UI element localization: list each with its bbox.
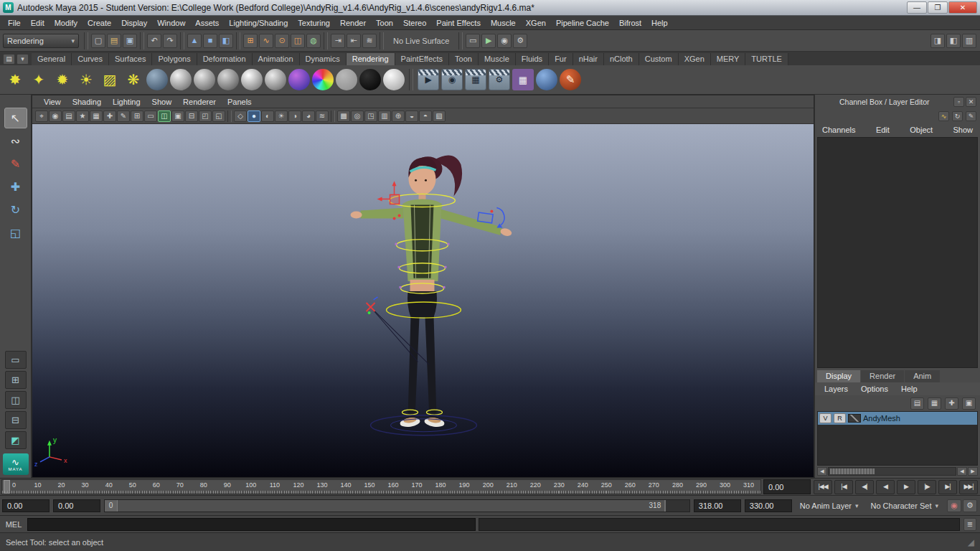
dock-icon[interactable]: ▫	[953, 97, 964, 107]
directional-light-icon[interactable]: ✹	[52, 69, 73, 90]
step-back-key-button[interactable]: ◀|	[855, 480, 874, 494]
menu-paint-effects[interactable]: Paint Effects	[431, 17, 486, 29]
redo-icon[interactable]: ↷	[163, 34, 177, 48]
time-tick-180[interactable]: 180	[429, 480, 453, 494]
gradient-background-icon[interactable]: ▧	[433, 110, 446, 122]
time-tick-110[interactable]: 110	[263, 480, 286, 494]
undo-icon[interactable]: ↶	[147, 34, 161, 48]
construction-history-icon[interactable]: ≋	[362, 34, 377, 48]
lambert-material-icon[interactable]	[217, 69, 239, 90]
resolution-gate-icon[interactable]: ◫	[158, 110, 171, 122]
select-tool-icon[interactable]: ↖	[4, 108, 27, 128]
layer-menu-options[interactable]: Options	[856, 383, 893, 395]
shadows-icon[interactable]: ◑	[288, 110, 301, 122]
time-tick-310[interactable]: 310	[737, 480, 760, 494]
close-button[interactable]: ✕	[948, 1, 977, 14]
time-tick-20[interactable]: 20	[50, 480, 73, 494]
panel-menu-shading[interactable]: Shading	[67, 97, 107, 107]
layer-tab-render[interactable]: Render	[861, 370, 904, 382]
shelf-tab-polygons[interactable]: Polygons	[152, 53, 197, 65]
spot-light-icon[interactable]: ✦	[28, 69, 50, 90]
menu-display[interactable]: Display	[116, 17, 152, 29]
snap-to-curve-icon[interactable]: ∿	[259, 34, 273, 48]
go-to-end-button[interactable]: ▶▶|	[959, 480, 978, 494]
layer-renderable-toggle[interactable]: R	[834, 413, 846, 423]
phong-e-material-icon[interactable]	[265, 69, 286, 90]
screen-space-ao-icon[interactable]: ◕	[302, 110, 315, 122]
make-live-icon[interactable]: ◍	[306, 34, 321, 48]
time-tick-70[interactable]: 70	[168, 480, 192, 494]
time-slider-ruler[interactable]: 0102030405060708090100110120130140150160…	[1, 479, 761, 494]
panel-menu-panels[interactable]: Panels	[222, 97, 258, 107]
shelf-tab-toon[interactable]: Toon	[449, 53, 479, 65]
lasso-tool-icon[interactable]: ∾	[4, 131, 27, 151]
shelf-options-icon[interactable]: ▾	[17, 54, 29, 65]
layer-visibility-toggle[interactable]: V	[819, 413, 831, 423]
scrollbar-track[interactable]	[828, 467, 956, 476]
menu-pipeline-cache[interactable]: Pipeline Cache	[551, 17, 614, 29]
film-gate-icon[interactable]: ▭	[144, 110, 157, 122]
paint-effects-brush-icon[interactable]: ✎	[560, 69, 581, 90]
script-editor-icon[interactable]: ≣	[963, 518, 976, 531]
shelf-tab-surfaces[interactable]: Surfaces	[109, 53, 152, 65]
time-tick-50[interactable]: 50	[121, 480, 144, 494]
step-back-frame-button[interactable]: |◀	[834, 480, 853, 494]
shelf-tab-mery[interactable]: MERY	[711, 53, 746, 65]
menu-modify[interactable]: Modify	[50, 17, 83, 29]
select-by-hierarchy-icon[interactable]: ▲	[187, 34, 202, 48]
time-tick-150[interactable]: 150	[357, 480, 381, 494]
use-background-icon[interactable]	[336, 69, 357, 90]
menu-set-selector[interactable]: Rendering ▾	[3, 34, 79, 48]
shelf-tab-custom[interactable]: Custom	[639, 53, 679, 65]
shelf-tab-fur[interactable]: Fur	[549, 53, 573, 65]
hypershade-icon[interactable]: ▦	[512, 69, 534, 90]
textured-icon[interactable]: ◐	[261, 110, 274, 122]
hypershade-layout-icon[interactable]: ◩	[5, 431, 27, 449]
shelf-selector-icon[interactable]: ▤	[3, 54, 15, 65]
shelf-tab-deformation[interactable]: Deformation	[197, 53, 253, 65]
scrollbar-thumb[interactable]	[830, 468, 875, 474]
play-forwards-button[interactable]: ▶	[897, 480, 915, 494]
xray-icon[interactable]: ▥	[378, 110, 391, 122]
maya-logo-icon[interactable]: ∿ MAYA	[3, 453, 29, 475]
joints-xray-icon[interactable]: ⊕	[392, 110, 405, 122]
time-tick-60[interactable]: 60	[144, 480, 168, 494]
channel-list-area[interactable]	[817, 137, 978, 368]
select-camera-icon[interactable]: ⌖	[35, 110, 48, 122]
persp-graph-layout-icon[interactable]: ⊟	[5, 411, 27, 429]
playback-end-field[interactable]: 318.00	[694, 499, 741, 512]
menu-window[interactable]: Window	[152, 17, 190, 29]
two-d-pan-zoom-icon[interactable]: ✚	[103, 110, 116, 122]
auto-keyframe-icon[interactable]: ◉	[947, 499, 961, 512]
layer-name[interactable]: AndyMesh	[863, 414, 900, 423]
open-render-view-icon[interactable]: ▭	[466, 34, 480, 48]
menu-create[interactable]: Create	[83, 17, 116, 29]
time-tick-200[interactable]: 200	[476, 480, 500, 494]
gate-mask-icon[interactable]: ▣	[171, 110, 184, 122]
wireframe-icon[interactable]: ◇	[234, 110, 247, 122]
play-backwards-button[interactable]: ◀	[876, 480, 895, 494]
open-scene-icon[interactable]: ▤	[107, 34, 121, 48]
gamma-icon[interactable]: ◓	[419, 110, 432, 122]
select-by-object-icon[interactable]: ■	[203, 34, 217, 48]
paint-select-tool-icon[interactable]: ✎	[4, 154, 27, 174]
save-scene-icon[interactable]: ▣	[123, 34, 137, 48]
move-tool-icon[interactable]: ✚	[4, 176, 27, 197]
shelf-tab-general[interactable]: General	[32, 53, 72, 65]
lock-camera-icon[interactable]: ◉	[49, 110, 62, 122]
four-pane-layout-icon[interactable]: ⊞	[5, 371, 27, 389]
shelf-tab-animation[interactable]: Animation	[253, 53, 300, 65]
scroll-left-icon[interactable]: ◀	[817, 467, 827, 476]
ambient-light-icon[interactable]: ☀	[75, 69, 97, 90]
isolate-select-icon[interactable]: ◳	[364, 110, 377, 122]
show-tool-settings-icon[interactable]: ◧	[946, 34, 961, 48]
menu-bifrost[interactable]: Bifrost	[614, 17, 646, 29]
shelf-tab-fluids[interactable]: Fluids	[516, 53, 549, 65]
render-settings-icon[interactable]: ⚙	[489, 69, 510, 90]
render-settings-icon[interactable]: ⚙	[513, 34, 527, 48]
step-forward-frame-button[interactable]: ▶|	[938, 480, 957, 494]
channel-drag-icon[interactable]: ∿	[938, 111, 949, 121]
bookmark-icon[interactable]: ★	[76, 110, 89, 122]
time-tick-10[interactable]: 10	[26, 480, 50, 494]
time-tick-260[interactable]: 260	[618, 480, 642, 494]
